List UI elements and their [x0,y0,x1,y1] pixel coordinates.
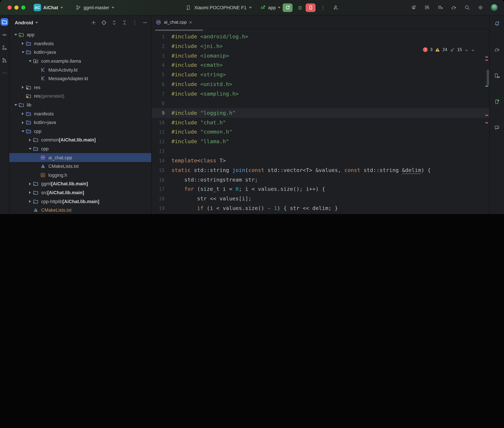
code-line[interactable]: 20 } [152,213,489,214]
code-line[interactable]: 14template<class T> [152,156,489,165]
pull-requests-icon[interactable] [1,57,8,64]
gemini-icon[interactable] [494,124,500,131]
chevron-down-icon[interactable] [20,131,26,132]
next-problem-button[interactable] [471,48,475,51]
chevron-right-icon[interactable] [27,182,33,185]
chevron-down-icon[interactable] [27,148,33,150]
code-line[interactable]: 8 [152,99,489,108]
tree-row[interactable]: lib [9,101,151,109]
notifications-icon[interactable] [494,20,500,27]
code-line[interactable]: 11#include "common.h" [152,127,489,137]
previous-problem-button[interactable] [464,48,469,51]
tree-row[interactable]: res (generated) [9,92,151,100]
tree-row[interactable]: Cai_chat.cpp [9,153,151,162]
code-line[interactable]: 12#include "llama.h" [152,137,489,147]
code-line[interactable]: 13 [152,146,489,156]
code-line[interactable]: 17 for (size_t i = 0; i < values.size();… [152,184,489,194]
tree-row[interactable]: res [9,83,151,92]
editor-tab[interactable]: C ai_chat.cpp × [152,16,196,29]
stripe-mark[interactable] [485,60,488,61]
settings-icon[interactable] [477,4,484,11]
tree-row[interactable]: manifests [9,109,151,118]
device-manager-icon[interactable] [494,72,500,79]
code-line[interactable]: 5#include <string> [152,70,489,80]
hide-icon[interactable] [142,19,148,26]
locate-icon[interactable] [101,19,107,26]
stripe-mark[interactable] [485,122,488,123]
code-line[interactable]: 4#include <cmath> [152,60,489,70]
device-selector[interactable]: Xiaomi POCOPHONE F1 [185,4,252,11]
run-configuration-selector[interactable]: app [259,4,281,11]
code-line[interactable]: 9#include "logging.h" [152,108,489,118]
tree-row[interactable]: kotlin+java [9,48,151,57]
project-view-selector[interactable]: Android [15,20,33,25]
tree-row[interactable]: Hlogging.h [9,171,151,180]
error-stripe[interactable] [485,29,488,214]
tree-row[interactable]: MainActivity.kt [9,66,151,74]
zoom-window-button[interactable] [21,6,25,10]
more-tools-icon[interactable] [1,70,8,76]
code-line[interactable]: 19 if (i < values.size() - 1) { str << d… [152,204,489,213]
code-line[interactable]: 18 str << values[i]; [152,194,489,204]
chevron-down-icon[interactable] [27,60,33,62]
chevron-right-icon[interactable] [20,86,26,89]
chevron-right-icon[interactable] [20,112,26,115]
build-icon[interactable] [332,4,339,11]
stripe-mark[interactable] [485,57,488,58]
structure-icon[interactable] [1,44,8,51]
tree-row[interactable]: app [9,31,151,39]
chevron-right-icon[interactable] [20,42,26,45]
options-icon[interactable] [131,19,138,26]
code-line[interactable]: 3#include <iomanip> [152,51,489,60]
tree-row[interactable]: manifests [9,39,151,48]
stop-button[interactable] [306,3,316,12]
tree-row[interactable]: cpp-httplib [AiChat.lib.main] [9,197,151,206]
tree-row[interactable]: MessageAdapter.kt [9,74,151,83]
code-area[interactable]: 1#include <android/log.h>2#include <jni.… [152,29,489,214]
vcs-branch-widget[interactable]: ggml-master [75,4,114,11]
inspections-widget[interactable]: ! 3 24 15 [423,47,475,52]
apply-changes-icon[interactable] [410,4,417,11]
project-tool-icon[interactable] [1,18,8,26]
rerun-button[interactable] [283,3,292,12]
stripe-mark[interactable] [485,115,488,116]
code-line[interactable]: 6#include <unistd.h> [152,80,489,89]
tree-row[interactable]: cpp [9,127,151,136]
code-line[interactable]: 7#include <sampling.h> [152,89,489,99]
tree-row[interactable]: com.example.llama [9,57,151,66]
chevron-right-icon[interactable] [20,121,26,124]
debug-button[interactable] [297,4,304,11]
tree-row[interactable]: src [AiChat.lib.main] [9,188,151,197]
tree-row[interactable]: ggml [AiChat.lib.main] [9,180,151,188]
gradle-sync-icon[interactable] [450,4,457,11]
search-icon[interactable] [464,4,470,11]
tree-row[interactable]: CMakeLists.txt [9,162,151,171]
code-line[interactable]: 1#include <android/log.h> [152,32,489,41]
tree-row[interactable]: CMakeLists.txt [9,206,151,214]
running-devices-icon[interactable] [494,98,500,105]
list-reload-icon[interactable] [424,4,430,11]
chevron-down-icon[interactable] [13,104,18,106]
vertical-scrollbar[interactable] [487,70,489,86]
expand-all-icon[interactable] [111,19,118,26]
close-window-button[interactable] [8,6,12,10]
close-tab-icon[interactable]: × [189,19,192,25]
more-run-options-button[interactable]: ⋮ [320,4,325,11]
tree-row[interactable]: kotlin+java [9,118,151,127]
tree-row[interactable]: cpp [9,144,151,153]
code-line[interactable]: 16 std::ostringstream str; [152,175,489,184]
chevron-right-icon[interactable] [27,191,33,194]
minimize-window-button[interactable] [14,6,18,10]
code-line[interactable]: 15static std::string join(const std::vec… [152,165,489,175]
tree-row[interactable]: common [AiChat.lib.main] [9,136,151,144]
project-widget[interactable]: AC AiChat [25,4,63,11]
attach-debugger-icon[interactable] [437,4,444,11]
chevron-down-icon[interactable] [13,34,18,36]
code-line[interactable]: 10#include "chat.h" [152,118,489,127]
commit-icon[interactable] [1,32,8,38]
gradle-icon[interactable] [494,46,500,53]
collapse-all-icon[interactable] [121,19,128,26]
chevron-down-icon[interactable] [20,51,26,53]
add-icon[interactable] [90,19,97,26]
chevron-right-icon[interactable] [27,139,33,141]
